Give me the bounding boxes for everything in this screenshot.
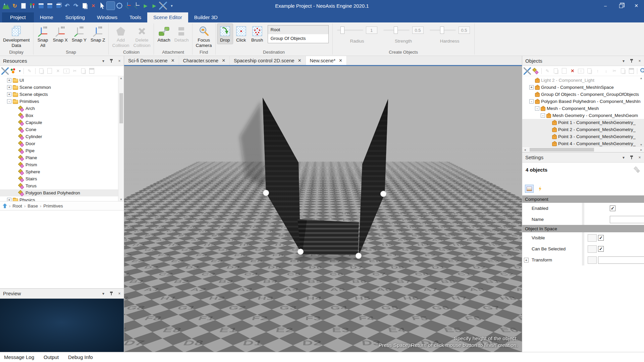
edit-icon[interactable]: ✎	[26, 67, 33, 75]
strength-slider-handle[interactable]	[394, 26, 398, 34]
save-as-icon[interactable]	[46, 2, 54, 10]
scroll-up-icon[interactable]: ▴	[639, 76, 644, 80]
scroll-left-icon[interactable]: ◂	[522, 148, 528, 152]
expander-icon[interactable]: +	[7, 85, 11, 89]
menu-caret-icon[interactable]: ▾	[168, 2, 176, 10]
strength-slider-track[interactable]	[383, 29, 410, 31]
objects-hscrollbar[interactable]: ◂ ▸	[522, 146, 644, 152]
drop-button[interactable]: Drop	[217, 24, 233, 44]
destination-option-root[interactable]: Root	[268, 25, 328, 34]
radius-slider-track[interactable]	[337, 29, 363, 31]
new-file-icon[interactable]	[46, 67, 53, 75]
snap-all-button[interactable]: Snap All	[35, 24, 51, 49]
close-tab-icon[interactable]: ✕	[298, 58, 302, 63]
tools-icon[interactable]	[159, 2, 167, 10]
delete-icon[interactable]: ✕	[54, 67, 62, 75]
close-tab-icon[interactable]: ✕	[222, 58, 225, 63]
radius-slider-handle[interactable]	[340, 26, 344, 34]
expander-icon[interactable]: -	[535, 106, 539, 111]
scene-tab[interactable]: Spaceship control 2D.scene ✕	[230, 56, 306, 65]
new-file-icon[interactable]	[19, 2, 28, 10]
resources-tree-item[interactable]: Arch	[0, 105, 124, 112]
tools-options-icon[interactable]	[524, 67, 531, 75]
close-icon[interactable]: ×	[117, 291, 122, 296]
expander-icon[interactable]: -	[7, 99, 11, 104]
panel-menu-caret-icon[interactable]: ▾	[621, 155, 626, 160]
objects-tree-item[interactable]: Point 3 - Component_MeshGeometry_	[522, 133, 644, 140]
rename-icon[interactable]	[577, 67, 585, 75]
restore-button[interactable]	[613, 0, 629, 11]
menu-tab[interactable]: Scripting	[59, 12, 91, 22]
rotate-tool-icon[interactable]	[115, 2, 123, 10]
refresh-icon[interactable]: ↻	[11, 2, 19, 10]
close-tab-icon[interactable]: ✕	[339, 58, 342, 63]
scene-tab[interactable]: New.scene* ✕	[306, 56, 347, 65]
breadcrumb-item[interactable]: › Primitives	[40, 203, 63, 208]
menu-tab[interactable]: Project	[2, 12, 34, 22]
menu-tab[interactable]: Builder 3D	[188, 12, 224, 22]
snap-y-button[interactable]: Snap Y	[70, 24, 88, 44]
undo-icon[interactable]: ↶	[63, 2, 71, 10]
objects-tree-item[interactable]: Point 4 - Component_MeshGeometry_	[522, 140, 644, 146]
click-button[interactable]: Click	[233, 24, 249, 44]
close-icon[interactable]: ×	[637, 155, 642, 160]
scale-tool-icon[interactable]	[133, 2, 141, 10]
transform-expander-icon[interactable]: +	[524, 258, 529, 262]
transform-input[interactable]	[598, 256, 644, 264]
scroll-down-icon[interactable]: ▾	[639, 143, 644, 146]
expander-icon[interactable]: +	[7, 92, 11, 97]
resources-tree-item[interactable]: Polygon Based Polyhedron	[0, 189, 124, 196]
objects-vscrollbar[interactable]: ▴ ▾	[638, 76, 644, 146]
snap-x-button[interactable]: Snap X	[51, 24, 69, 44]
strength-value[interactable]: 0.5	[412, 26, 424, 34]
move-down-icon[interactable]: ↓	[602, 67, 610, 75]
objects-tree-item[interactable]: Point 2 - Component_MeshGeometry_	[522, 126, 644, 133]
resources-tree-item[interactable]: Sphere	[0, 168, 124, 175]
detach-button[interactable]: Detach	[173, 24, 191, 44]
name-input[interactable]	[610, 216, 644, 223]
status-tab[interactable]: Message Log	[4, 354, 34, 360]
objects-tree-item[interactable]: Light 2 - Component_Light	[522, 77, 644, 84]
development-data-button[interactable]: Development Data	[1, 24, 32, 49]
objects-tree-item[interactable]: - Mesh Geometry - Component_MeshGeom	[522, 112, 644, 119]
save-all-icon[interactable]	[54, 2, 62, 10]
close-button[interactable]: ✕	[629, 0, 644, 11]
duplicate-icon[interactable]	[586, 67, 593, 75]
instance-icon[interactable]	[38, 67, 45, 75]
select-cursor-icon[interactable]	[98, 2, 106, 10]
neoaxis-logo-icon[interactable]	[2, 2, 10, 10]
resources-tree-item[interactable]: Prism	[0, 161, 124, 168]
dropdown-caret-icon[interactable]: ▾	[18, 67, 21, 75]
markers-icon[interactable]	[28, 2, 36, 10]
new-resource-icon[interactable]	[10, 67, 17, 75]
resources-tree-item[interactable]: Plane	[0, 154, 124, 161]
scroll-down-icon[interactable]: ▾	[118, 197, 124, 201]
focus-camera-button[interactable]: Focus Camera	[194, 24, 214, 49]
expander-icon[interactable]: -	[541, 113, 545, 118]
visible-checkbox[interactable]: ✓	[598, 235, 604, 241]
transform-tool-icon[interactable]	[124, 2, 132, 10]
move-up-icon[interactable]: ↑	[594, 67, 601, 75]
clone-icon[interactable]	[552, 67, 559, 75]
objects-tree-item[interactable]: + Ground - Component_MeshInSpace	[522, 84, 644, 91]
scrollbar-thumb[interactable]	[119, 93, 123, 123]
close-tab-icon[interactable]: ✕	[171, 58, 175, 63]
resources-tree-item[interactable]: + UI	[0, 77, 124, 84]
redo-icon[interactable]: ↷	[72, 2, 80, 10]
status-tab[interactable]: Output	[44, 354, 59, 360]
properties-tab[interactable]	[525, 185, 534, 193]
new-component-icon[interactable]	[560, 67, 568, 75]
delete-icon[interactable]: ✕	[569, 67, 576, 75]
edit-icon[interactable]: ✎	[544, 67, 551, 75]
objects-tree-item[interactable]: - Mesh - Component_Mesh	[522, 105, 644, 112]
override-box[interactable]	[588, 245, 597, 253]
panel-menu-caret-icon[interactable]: ▾	[621, 59, 626, 63]
brush-button[interactable]: Brush	[250, 24, 265, 44]
override-box[interactable]	[588, 234, 597, 242]
close-icon[interactable]: ×	[637, 59, 642, 63]
copy-icon[interactable]	[80, 2, 89, 10]
objects-tree-item[interactable]: Group Of Objects - Component_GroupOfObje…	[522, 91, 644, 98]
resources-tree-item[interactable]: Cylinder	[0, 133, 124, 140]
scroll-up-icon[interactable]: ▴	[118, 76, 124, 80]
breadcrumb-item[interactable]: › Base	[24, 203, 38, 208]
